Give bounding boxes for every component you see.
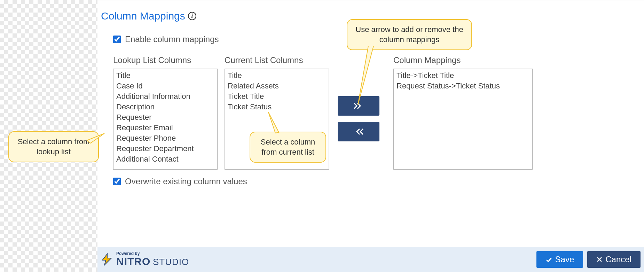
callout-lookup-text: Select a column from lookup list bbox=[18, 137, 90, 156]
callout-tail-icon bbox=[265, 112, 286, 137]
mappings-listbox[interactable]: Title->Ticket Title Request Status->Tick… bbox=[393, 69, 533, 170]
list-item[interactable]: Requester Department bbox=[116, 143, 215, 154]
callout-tail-icon bbox=[87, 133, 108, 147]
list-item[interactable]: Additional Contact bbox=[116, 154, 215, 164]
callout-current-text: Select a column from current list bbox=[261, 138, 315, 156]
list-item[interactable]: Requester Email bbox=[116, 123, 215, 133]
overwrite-checkbox[interactable]: Overwrite existing column values bbox=[113, 177, 247, 186]
save-button[interactable]: Save bbox=[536, 251, 583, 268]
list-item[interactable]: Requester Phone bbox=[116, 133, 215, 143]
mapping-columns-header: Column Mappings bbox=[393, 55, 461, 65]
section-title-text: Column Mappings bbox=[101, 10, 185, 22]
nitro-logo: Powered by NITRO STUDIO bbox=[101, 251, 189, 267]
save-button-label: Save bbox=[555, 255, 574, 264]
double-left-icon bbox=[353, 128, 364, 135]
enable-mappings-input[interactable] bbox=[113, 36, 121, 43]
enable-mappings-label: Enable column mappings bbox=[125, 34, 219, 44]
footer-bar: Powered by NITRO STUDIO Save Cancel bbox=[97, 247, 644, 272]
section-title: Column Mappings i bbox=[101, 10, 196, 22]
info-icon[interactable]: i bbox=[188, 12, 196, 20]
list-item[interactable]: Related Assets bbox=[227, 81, 327, 91]
logo-brand1: NITRO bbox=[116, 256, 150, 267]
callout-arrows: Use arrow to add or remove the column ma… bbox=[347, 19, 472, 50]
logo-powered-text: Powered by bbox=[116, 251, 189, 256]
list-item[interactable]: Case Id bbox=[116, 81, 215, 91]
list-item[interactable]: Description bbox=[116, 102, 215, 112]
lookup-listbox[interactable]: Title Case Id Additional Information Des… bbox=[113, 69, 218, 170]
enable-mappings-checkbox[interactable]: Enable column mappings bbox=[113, 34, 219, 44]
list-item[interactable]: Request Status->Ticket Status bbox=[396, 81, 530, 91]
callout-current: Select a column from current list bbox=[250, 132, 326, 163]
callout-lookup: Select a column from lookup list bbox=[8, 131, 99, 162]
remove-mapping-button[interactable] bbox=[338, 122, 379, 141]
cancel-button-label: Cancel bbox=[605, 255, 631, 264]
list-item[interactable]: Additional Information bbox=[116, 91, 215, 102]
list-item[interactable]: Requester bbox=[116, 112, 215, 123]
check-icon bbox=[545, 256, 552, 263]
list-item[interactable]: Title bbox=[116, 70, 215, 81]
list-item[interactable]: Ticket Title bbox=[227, 91, 327, 102]
close-icon bbox=[596, 256, 603, 263]
callout-arrows-text: Use arrow to add or remove the column ma… bbox=[355, 25, 463, 44]
logo-brand2: STUDIO bbox=[153, 257, 189, 267]
current-columns-header: Current List Columns bbox=[225, 55, 303, 65]
bolt-icon bbox=[101, 253, 113, 266]
callout-tail-icon bbox=[354, 46, 382, 109]
footer-buttons: Save Cancel bbox=[536, 251, 641, 268]
overwrite-label: Overwrite existing column values bbox=[125, 177, 247, 186]
list-item[interactable]: Ticket Status bbox=[227, 102, 327, 112]
lookup-columns-header: Lookup List Columns bbox=[113, 55, 191, 65]
cancel-button[interactable]: Cancel bbox=[587, 251, 641, 268]
list-item[interactable]: Title bbox=[227, 70, 327, 81]
overwrite-input[interactable] bbox=[113, 178, 121, 185]
list-item[interactable]: Title->Ticket Title bbox=[396, 70, 530, 81]
